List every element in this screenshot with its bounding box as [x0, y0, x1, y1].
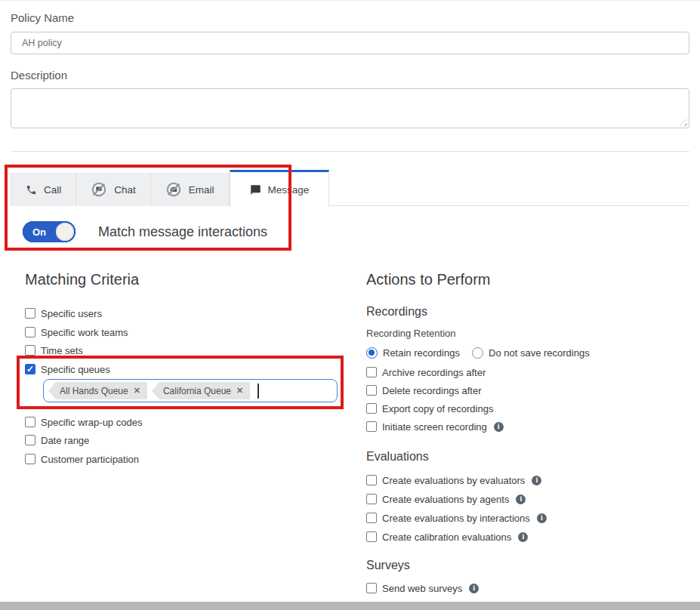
- email-disabled-icon: [165, 181, 182, 198]
- action-label: Create evaluations by interactions: [382, 513, 530, 524]
- criteria-row-specific-work-teams[interactable]: Specific work teams: [25, 326, 128, 338]
- criteria-row-date-range[interactable]: Date range: [25, 434, 89, 446]
- tab-email[interactable]: Email: [151, 173, 230, 206]
- actions-title: Actions to Perform: [366, 271, 491, 288]
- criteria-label: Specific wrap-up codes: [41, 417, 142, 428]
- queue-tag-label: All Hands Queue: [60, 386, 128, 396]
- criteria-label: Specific users: [41, 308, 102, 319]
- info-icon[interactable]: [537, 513, 547, 523]
- toggle-state-label: On: [32, 226, 46, 238]
- action-row-eval-interactions[interactable]: Create evaluations by interactions: [366, 512, 547, 524]
- checkbox-icon[interactable]: [366, 421, 377, 432]
- checkbox-icon[interactable]: [25, 417, 35, 427]
- media-type-tabs: Call Chat: [11, 169, 329, 206]
- info-icon[interactable]: [516, 494, 526, 504]
- action-row-delete[interactable]: Delete recordings after: [366, 384, 482, 396]
- queue-tag-label: California Queue: [163, 386, 231, 396]
- radio-label: Do not save recordings: [489, 347, 590, 359]
- action-label: Create evaluations by agents: [382, 494, 509, 505]
- info-icon[interactable]: [494, 422, 504, 432]
- checkbox-icon[interactable]: [366, 367, 377, 377]
- tab-message[interactable]: Message: [230, 170, 330, 207]
- info-icon[interactable]: [518, 532, 528, 542]
- checkbox-icon[interactable]: [366, 513, 377, 523]
- action-label: Create evaluations by evaluators: [382, 475, 525, 486]
- action-row-eval-evaluators[interactable]: Create evaluations by evaluators: [366, 474, 541, 486]
- tab-call-label: Call: [44, 184, 61, 196]
- radio-do-not-save[interactable]: Do not save recordings: [472, 347, 590, 359]
- remove-tag-icon[interactable]: ✕: [134, 387, 140, 395]
- checkbox-icon[interactable]: [25, 345, 35, 356]
- surveys-title: Surveys: [366, 559, 410, 572]
- section-divider: [11, 151, 689, 152]
- message-bubble-icon: [250, 184, 261, 196]
- criteria-row-time-sets[interactable]: Time sets: [25, 344, 83, 356]
- policy-name-label: Policy Name: [11, 11, 74, 24]
- description-label: Description: [11, 69, 67, 82]
- tab-email-label: Email: [189, 184, 214, 196]
- matching-criteria-title: Matching Criteria: [25, 271, 139, 288]
- action-row-archive[interactable]: Archive recordings after: [366, 366, 486, 378]
- action-label: Create calibration evaluations: [382, 531, 511, 543]
- evaluations-title: Evaluations: [366, 450, 429, 464]
- action-label: Archive recordings after: [382, 367, 486, 378]
- checkbox-icon[interactable]: [25, 454, 35, 464]
- action-row-eval-agents[interactable]: Create evaluations by agents: [366, 493, 526, 505]
- criteria-label: Specific queues: [41, 364, 110, 375]
- policy-editor-page: Policy Name Description Call Chat: [0, 0, 700, 610]
- radio-retain-recordings[interactable]: Retain recordings: [366, 347, 460, 359]
- checkbox-icon[interactable]: [366, 583, 377, 593]
- checkbox-icon[interactable]: [366, 475, 377, 485]
- info-icon[interactable]: [532, 476, 541, 485]
- queues-tag-input[interactable]: All Hands Queue ✕ California Queue ✕: [43, 379, 338, 402]
- criteria-row-wrap-up-codes[interactable]: Specific wrap-up codes: [25, 416, 142, 428]
- checkbox-icon[interactable]: [366, 494, 377, 504]
- tab-call[interactable]: Call: [11, 173, 76, 206]
- text-cursor: [257, 384, 259, 399]
- checkbox-icon[interactable]: [25, 435, 35, 445]
- action-label: Initiate screen recording: [382, 421, 487, 433]
- remove-tag-icon[interactable]: ✕: [236, 387, 243, 395]
- recordings-title: Recordings: [366, 305, 427, 319]
- checkbox-icon[interactable]: [366, 531, 377, 542]
- action-row-export[interactable]: Export copy of recordings: [366, 402, 493, 414]
- checkbox-checked-icon[interactable]: [25, 364, 35, 374]
- phone-icon: [26, 184, 37, 196]
- tab-message-label: Message: [268, 184, 310, 196]
- queue-tag: California Queue ✕: [152, 382, 250, 399]
- bottom-scrollbar[interactable]: [0, 602, 700, 610]
- action-row-screen-recording[interactable]: Initiate screen recording: [366, 421, 504, 433]
- match-toggle-row: On Match message interactions: [23, 221, 267, 242]
- top-divider: [0, 0, 700, 1]
- chat-disabled-icon: [91, 181, 107, 198]
- match-interactions-toggle[interactable]: On: [23, 221, 76, 242]
- action-label: Export copy of recordings: [382, 403, 493, 414]
- criteria-row-specific-users[interactable]: Specific users: [25, 307, 102, 319]
- criteria-row-customer-participation[interactable]: Customer participation: [25, 453, 139, 465]
- toggle-knob[interactable]: [56, 223, 74, 241]
- checkbox-icon[interactable]: [366, 403, 377, 414]
- tab-chat[interactable]: Chat: [76, 173, 151, 206]
- checkbox-icon[interactable]: [25, 308, 35, 319]
- policy-name-input[interactable]: [11, 32, 689, 54]
- description-textarea[interactable]: [11, 89, 689, 128]
- checkbox-icon[interactable]: [25, 327, 35, 337]
- criteria-label: Date range: [41, 435, 89, 446]
- checkbox-icon[interactable]: [366, 385, 377, 396]
- action-label: Send web surveys: [382, 583, 462, 594]
- queue-tag: All Hands Queue ✕: [48, 382, 147, 399]
- action-row-calibration[interactable]: Create calibration evaluations: [366, 531, 528, 543]
- radio-selected-icon[interactable]: [366, 347, 378, 359]
- criteria-label: Specific work teams: [41, 327, 128, 338]
- criteria-label: Time sets: [41, 345, 83, 356]
- action-row-web-surveys[interactable]: Send web surveys: [366, 582, 479, 594]
- info-icon[interactable]: [469, 584, 479, 593]
- criteria-label: Customer participation: [41, 454, 139, 465]
- criteria-row-specific-queues[interactable]: Specific queues: [25, 363, 110, 375]
- tab-chat-label: Chat: [114, 184, 136, 196]
- radio-label: Retain recordings: [383, 347, 460, 359]
- radio-icon[interactable]: [472, 347, 483, 359]
- description-textarea-box: [11, 88, 689, 128]
- match-interactions-label: Match message interactions: [98, 224, 267, 240]
- recording-retention-label: Recording Retention: [366, 328, 456, 339]
